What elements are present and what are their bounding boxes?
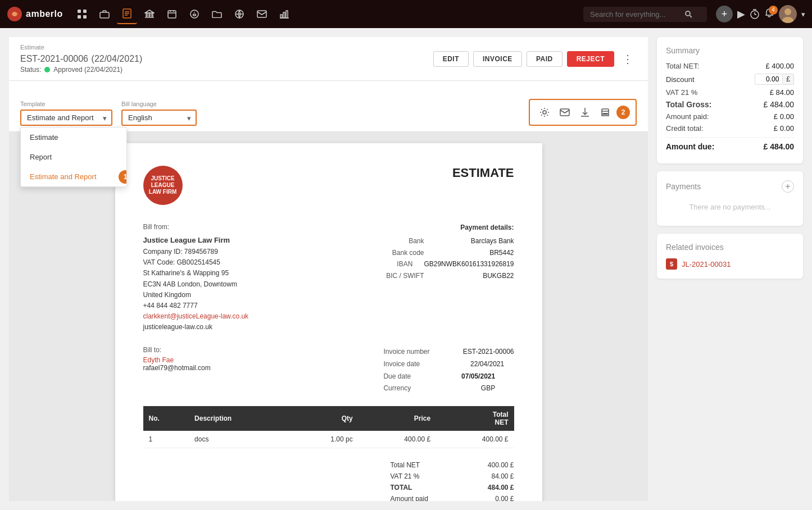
bill-to-section: Bill to: Edyth Fae rafael79@hotmail.com … xyxy=(143,346,514,394)
cell-total: 400.00 £ xyxy=(436,431,514,448)
reject-button[interactable]: REJECT xyxy=(567,51,614,67)
bill-from-label: Bill from: xyxy=(143,222,249,233)
bill-from-company: Justice League Law Firm xyxy=(143,235,249,247)
email-icon xyxy=(560,108,570,116)
discount-currency: £ xyxy=(783,74,794,85)
invoice-meta-date: Invoice date 22/04/2021 xyxy=(383,358,514,371)
main-container: Estimate EST-2021-00006 (22/04/2021) Sta… xyxy=(0,28,812,510)
edit-button[interactable]: EDIT xyxy=(433,51,469,67)
settings-icon-button[interactable] xyxy=(536,103,554,121)
cell-price: 400.00 £ xyxy=(359,431,436,448)
notifications-bell[interactable]: 4 xyxy=(764,8,774,21)
bill-to-email: rafael79@hotmail.com xyxy=(143,364,211,372)
svg-rect-5 xyxy=(83,15,87,19)
document-header-left: Estimate EST-2021-00006 (22/04/2021) Sta… xyxy=(20,44,142,74)
related-invoice-item[interactable]: $ JL-2021-00031 xyxy=(666,258,794,270)
paid-button[interactable]: PAID xyxy=(527,51,562,67)
nav-grid-icon[interactable] xyxy=(72,4,92,24)
bill-from-website: justiceleague-law.co.uk xyxy=(143,322,249,333)
app-logo[interactable]: amberlo xyxy=(7,6,63,22)
related-invoice-number: JL-2021-00031 xyxy=(682,260,731,268)
nav-briefcase-icon[interactable] xyxy=(94,4,115,24)
template-select[interactable]: Estimate Report Estimate and Report xyxy=(21,111,111,125)
app-name: amberlo xyxy=(26,9,63,19)
add-payment-button[interactable]: + xyxy=(782,180,794,193)
col-price: Price xyxy=(359,406,436,431)
paper-header: JUSTICE LEAGUE LAW FIRM ESTIMATE xyxy=(143,166,514,205)
nav-mail-icon[interactable] xyxy=(252,4,272,24)
nav-invoice-icon[interactable] xyxy=(117,4,137,24)
dropdown-item-report[interactable]: Report xyxy=(21,147,126,167)
dropdown-item-estimate-report[interactable]: Estimate and Report 1 xyxy=(21,167,126,186)
col-description: Description xyxy=(189,406,289,431)
template-dropdown-container: Template Estimate Report Estimate and Re… xyxy=(20,101,112,126)
user-avatar[interactable] xyxy=(779,5,797,23)
document-title: EST-2021-00006 (22/04/2021) xyxy=(20,52,142,65)
bill-to-label: Bill to: xyxy=(143,346,211,354)
payment-val-code: BR5442 xyxy=(436,247,514,258)
bill-from-detail-4: United Kingdom xyxy=(143,290,249,300)
payment-details: Payment details: Bank Barclays Bank Bank… xyxy=(386,222,514,333)
right-panel: Summary Total NET: £ 400.00 Discount £ V… xyxy=(657,37,803,501)
svg-point-35 xyxy=(543,111,546,114)
cell-description: docs xyxy=(189,431,289,448)
toolbar-actions-group: 2 xyxy=(529,99,637,126)
logo-icon xyxy=(7,6,22,22)
col-qty: Qty xyxy=(289,406,359,431)
svg-rect-14 xyxy=(152,13,153,16)
nav-calendar-icon[interactable] xyxy=(162,4,182,24)
payment-key-swift: BIC / SWIFT xyxy=(386,270,424,281)
add-button[interactable]: + xyxy=(716,6,733,22)
print-icon-button[interactable] xyxy=(596,103,614,121)
svg-rect-4 xyxy=(78,15,81,19)
invoice-button[interactable]: INVOICE xyxy=(473,51,522,67)
summary-total-gross: Total Gross: £ 484.00 xyxy=(666,100,794,109)
payment-details-title: Payment details: xyxy=(386,222,514,233)
payment-val-iban: GB29NWBK60161331926819 xyxy=(424,258,514,270)
nav-payment-icon[interactable] xyxy=(184,4,205,24)
nav-chart-icon[interactable] xyxy=(274,4,294,24)
nav-folder-icon[interactable] xyxy=(207,4,227,24)
notifications-count: 4 xyxy=(769,6,778,15)
download-icon-button[interactable] xyxy=(576,103,594,121)
email-icon-button[interactable] xyxy=(556,103,574,121)
payment-val-bank: Barclays Bank xyxy=(436,235,514,247)
dropdown-item-estimate[interactable]: Estimate xyxy=(21,128,126,147)
totals-table: Total NET 400.00 £ VAT 21 % 84.00 £ TOTA… xyxy=(391,459,514,501)
print-icon xyxy=(600,108,610,117)
svg-rect-16 xyxy=(168,11,176,18)
svg-rect-3 xyxy=(83,10,87,13)
svg-rect-6 xyxy=(100,12,109,18)
summary-amount-due: Amount due: £ 484.00 xyxy=(666,137,794,151)
bill-from-email: clarkkent@justiceLeague-law.co.uk xyxy=(143,311,249,322)
search-input[interactable] xyxy=(590,10,680,19)
total-net-row: Total NET 400.00 £ xyxy=(391,459,514,471)
bill-from-detail-3: EC3N 4AB London, Downtowm xyxy=(143,279,249,290)
breadcrumb: Estimate xyxy=(20,44,142,51)
timer-icon[interactable] xyxy=(750,9,760,19)
document-toolbar: Template Estimate Report Estimate and Re… xyxy=(9,81,648,132)
search-bar[interactable] xyxy=(583,7,707,22)
invoice-meta: Invoice number EST-2021-00006 Invoice da… xyxy=(383,346,514,394)
play-icon[interactable]: ▶ xyxy=(737,8,745,20)
svg-point-1 xyxy=(12,12,17,16)
nav-bank-icon[interactable] xyxy=(139,4,160,24)
payment-row-code: Bank code BR5442 xyxy=(386,247,514,258)
language-select[interactable]: English French German Spanish xyxy=(123,111,196,125)
payment-row-swift: BIC / SWIFT BUKGB22 xyxy=(386,270,514,281)
summary-amount-paid: Amount paid: £ 0.00 xyxy=(666,112,794,121)
payment-row-bank: Bank Barclays Bank xyxy=(386,235,514,247)
nav-globe-icon[interactable] xyxy=(229,4,250,24)
payment-val-swift: BUKGB22 xyxy=(436,270,514,281)
svg-line-28 xyxy=(690,16,692,18)
more-options-button[interactable]: ⋮ xyxy=(619,50,637,68)
bill-from-detail-2: St Katharine's & Wapping 95 xyxy=(143,268,249,279)
template-group: Template Estimate Report Estimate and Re… xyxy=(20,101,112,126)
discount-input[interactable] xyxy=(755,74,783,85)
summary-total-net: Total NET: £ 400.00 xyxy=(666,62,794,70)
amount-paid-row: Amount paid 0.00 £ xyxy=(391,493,514,501)
nav-icons xyxy=(72,4,323,24)
user-menu-arrow[interactable]: ▾ xyxy=(801,10,805,19)
step-1-badge: 1 xyxy=(119,170,127,184)
col-total: TotalNET xyxy=(436,406,514,431)
